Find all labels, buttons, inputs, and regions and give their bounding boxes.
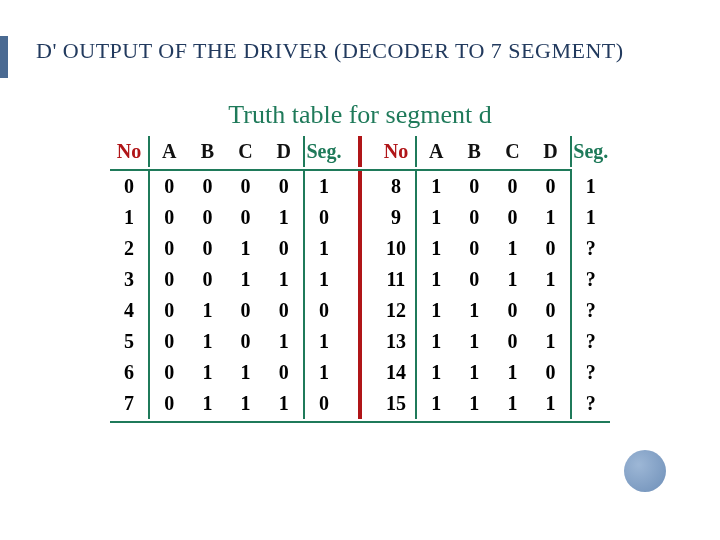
col-b-r: B bbox=[455, 136, 493, 167]
corner-sphere-icon bbox=[624, 450, 666, 492]
col-no: No bbox=[110, 136, 148, 167]
col-d: D bbox=[265, 136, 303, 167]
col-a: A bbox=[150, 136, 188, 167]
accent-bar bbox=[0, 36, 8, 78]
truth-table-figure: Truth table for segment d No A B C D Seg… bbox=[110, 100, 610, 423]
truth-table: No A B C D Seg. No A B C D Seg. 00000181… bbox=[110, 136, 610, 419]
col-no-r: No bbox=[377, 136, 415, 167]
table-row: 200101101010? bbox=[110, 233, 610, 264]
table-row: 100010910011 bbox=[110, 202, 610, 233]
figure-title: Truth table for segment d bbox=[110, 100, 610, 130]
header-row: No A B C D Seg. No A B C D Seg. bbox=[110, 136, 610, 167]
slide-title: D' OUTPUT OF THE DRIVER (DECODER TO 7 SE… bbox=[36, 38, 624, 64]
table-row: 701110151111? bbox=[110, 388, 610, 419]
col-c-r: C bbox=[493, 136, 531, 167]
col-seg: Seg. bbox=[305, 136, 343, 167]
table-row: 000001810001 bbox=[110, 171, 610, 202]
title-lead: D' bbox=[36, 38, 57, 63]
col-d-r: D bbox=[531, 136, 569, 167]
table-row: 501011131101? bbox=[110, 326, 610, 357]
table-row: 300111111011? bbox=[110, 264, 610, 295]
bottom-rule bbox=[110, 421, 610, 423]
table-row: 601101141110? bbox=[110, 357, 610, 388]
col-b: B bbox=[188, 136, 226, 167]
col-a-r: A bbox=[417, 136, 455, 167]
table-row: 401000121100? bbox=[110, 295, 610, 326]
col-c: C bbox=[226, 136, 264, 167]
title-rest: OUTPUT OF THE DRIVER (DECODER TO 7 SEGME… bbox=[57, 38, 624, 63]
col-seg-r: Seg. bbox=[572, 136, 610, 167]
